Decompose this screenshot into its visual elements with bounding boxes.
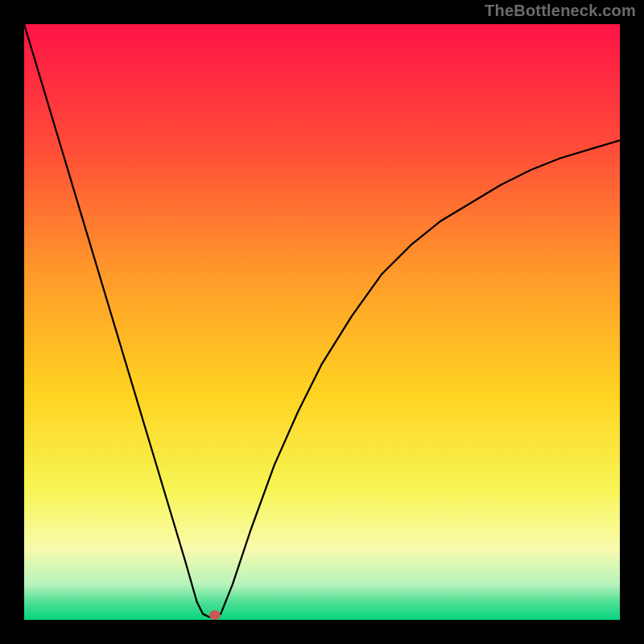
plot-area: [24, 24, 620, 620]
chart-frame: TheBottleneck.com: [0, 0, 644, 644]
attribution-text: TheBottleneck.com: [485, 2, 636, 20]
optimal-point-marker: [209, 610, 221, 620]
chart-svg: [24, 24, 620, 620]
